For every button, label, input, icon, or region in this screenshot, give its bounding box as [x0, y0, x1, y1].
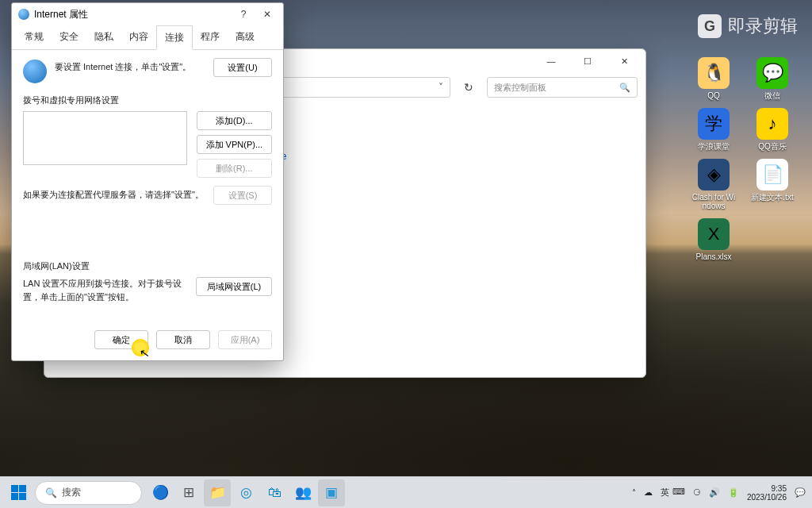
watermark-text: 即录剪辑: [728, 14, 798, 38]
desktop-icon[interactable]: ♪QQ音乐: [750, 108, 795, 151]
search-input[interactable]: 搜索控制面板 🔍: [487, 77, 638, 98]
battery-icon[interactable]: 🔋: [728, 487, 739, 498]
explorer-icon[interactable]: 📁: [204, 479, 231, 506]
globe-icon: [23, 60, 47, 83]
tab-常规[interactable]: 常规: [17, 25, 52, 49]
app-watermark: G 即录剪辑: [698, 14, 798, 38]
ok-button[interactable]: 确定: [94, 330, 148, 349]
chevron-down-icon: ˅: [439, 82, 443, 93]
dialog-body: 要设置 Internet 连接，单击"设置"。 设置(U) 拨号和虚拟专用网络设…: [12, 50, 283, 322]
tab-安全[interactable]: 安全: [52, 25, 86, 49]
lan-settings-button[interactable]: 局域网设置(L): [196, 277, 272, 296]
onedrive-icon[interactable]: ☁: [644, 487, 653, 498]
refresh-button[interactable]: ↻: [458, 77, 479, 98]
taskbar[interactable]: 🔍 搜索 🔵⊞📁◎🛍👥▣ ˄ ☁ 英 ⌨ ⚆ 🔊 🔋 9:35 2023/10/…: [0, 476, 812, 508]
desktop-icon[interactable]: 🐧QQ: [691, 57, 736, 100]
app-icon[interactable]: ▣: [318, 479, 345, 506]
watermark-logo-icon: G: [698, 14, 722, 38]
wifi-icon[interactable]: ⚆: [693, 487, 701, 498]
tab-连接[interactable]: 连接: [156, 25, 193, 50]
search-placeholder: 搜索控制面板: [494, 82, 546, 94]
desktop-icon-label: 学浪课堂: [698, 142, 730, 151]
add-button[interactable]: 添加(D)...: [197, 111, 272, 130]
desktop-icon[interactable]: 💬微信: [750, 57, 795, 100]
add-vpn-button[interactable]: 添加 VPN(P)...: [197, 135, 272, 154]
desktop-icon-label: QQ: [707, 91, 720, 100]
search-icon: 🔍: [45, 487, 57, 498]
dial-connections-listbox[interactable]: [23, 111, 187, 165]
app-icon: ◈: [698, 159, 730, 190]
globe-icon: [18, 9, 29, 20]
desktop-icon-label: Clash for Windows: [691, 193, 736, 210]
help-button[interactable]: ?: [234, 9, 253, 20]
app-icon: 学: [698, 108, 730, 140]
remove-button: 删除(R)...: [197, 159, 272, 178]
app-icon: 📄: [756, 159, 788, 190]
keyboard-icon: ⌨: [672, 487, 685, 498]
clock-date: 2023/10/26: [747, 493, 787, 502]
close-button[interactable]: ✕: [607, 51, 641, 71]
apply-button: 应用(A): [218, 330, 272, 349]
clock-time: 9:35: [747, 484, 787, 493]
tab-strip: 常规安全隐私内容连接程序高级: [12, 25, 283, 50]
internet-properties-dialog[interactable]: Internet 属性 ? ✕ 常规安全隐私内容连接程序高级 要设置 Inter…: [11, 2, 284, 361]
ime-lang: 英: [661, 487, 669, 498]
desktop: G 即录剪辑 🐧QQ💬微信学学浪课堂♪QQ音乐◈Clash for Window…: [0, 0, 812, 508]
desktop-icon[interactable]: ◈Clash for Windows: [691, 159, 736, 210]
desktop-icon[interactable]: 学学浪课堂: [691, 108, 736, 151]
start-button[interactable]: [6, 481, 30, 505]
teams-icon[interactable]: 👥: [289, 479, 316, 506]
desktop-icon[interactable]: XPlans.xlsx: [691, 218, 736, 261]
dialog-footer: 确定 取消 应用(A): [12, 322, 283, 360]
cancel-button[interactable]: 取消: [156, 330, 210, 349]
dialog-title: Internet 属性: [34, 8, 88, 21]
task-view-icon[interactable]: ⊞: [175, 479, 202, 506]
windows-logo-icon: [11, 485, 26, 500]
minimize-button[interactable]: —: [534, 51, 568, 71]
app-icon: ♪: [756, 108, 788, 140]
setup-hint-text: 要设置 Internet 连接，单击"设置"。: [55, 58, 205, 73]
edge-icon[interactable]: ◎: [232, 479, 259, 506]
app-icon: X: [698, 218, 730, 250]
volume-icon[interactable]: 🔊: [709, 487, 720, 498]
desktop-icon-label: QQ音乐: [758, 142, 787, 151]
store-icon[interactable]: 🛍: [261, 479, 288, 506]
dial-section-label: 拨号和虚拟专用网络设置: [23, 94, 272, 106]
clock[interactable]: 9:35 2023/10/26: [747, 484, 787, 502]
tab-隐私[interactable]: 隐私: [86, 25, 121, 49]
setup-button[interactable]: 设置(U): [213, 58, 272, 77]
desktop-icons: 🐧QQ💬微信学学浪课堂♪QQ音乐◈Clash for Windows📄新建文本.…: [691, 57, 802, 261]
connection-settings-button: 设置(S): [213, 186, 272, 205]
app-icon: 🐧: [698, 57, 730, 89]
lan-section-label: 局域网(LAN)设置: [23, 260, 272, 272]
dialog-titlebar[interactable]: Internet 属性 ? ✕: [12, 3, 283, 25]
tray-chevron-icon[interactable]: ˄: [632, 488, 636, 497]
ime-indicator[interactable]: 英 ⌨: [661, 487, 685, 498]
tab-高级[interactable]: 高级: [228, 25, 262, 49]
lan-hint-text: LAN 设置不应用到拨号连接。对于拨号设置，单击上面的"设置"按钮。: [23, 277, 186, 303]
system-tray[interactable]: ˄ ☁ 英 ⌨ ⚆ 🔊 🔋 9:35 2023/10/26 💬: [632, 484, 806, 502]
desktop-icon[interactable]: 📄新建文本.txt: [750, 159, 795, 210]
desktop-icon-label: 新建文本.txt: [751, 193, 793, 202]
search-icon: 🔍: [619, 83, 630, 93]
taskbar-search-text: 搜索: [62, 486, 81, 499]
desktop-icon-label: 微信: [764, 91, 780, 100]
tab-内容[interactable]: 内容: [121, 25, 156, 49]
dialog-close-button[interactable]: ✕: [258, 9, 277, 20]
taskbar-search[interactable]: 🔍 搜索: [35, 481, 142, 505]
desktop-icon-label: Plans.xlsx: [695, 252, 731, 261]
maximize-button[interactable]: ☐: [571, 51, 604, 71]
widgets-icon[interactable]: 🔵: [147, 479, 174, 506]
tab-程序[interactable]: 程序: [193, 25, 228, 49]
notifications-icon[interactable]: 💬: [795, 487, 806, 498]
app-icon: 💬: [756, 57, 788, 89]
proxy-hint-text: 如果要为连接配置代理服务器，请选择"设置"。: [23, 186, 205, 201]
